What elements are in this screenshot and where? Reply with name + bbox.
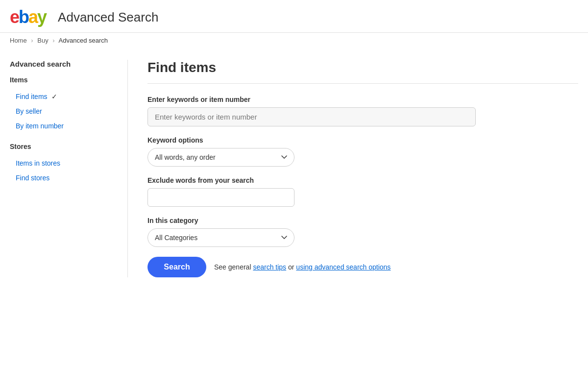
sidebar-item-find-stores-label: Find stores xyxy=(16,174,49,182)
sidebar-item-by-item-number-label: By item number xyxy=(16,122,64,130)
search-row: Search See general search tips or using … xyxy=(147,257,578,277)
search-tips-link[interactable]: search tips xyxy=(253,263,286,271)
sidebar-item-by-seller[interactable]: By seller xyxy=(10,104,118,118)
category-label: In this category xyxy=(147,217,578,224)
sidebar-item-find-items-label: Find items xyxy=(16,93,48,100)
exclude-field-group: Exclude words from your search xyxy=(147,176,578,207)
breadcrumb-sep-2: › xyxy=(52,37,54,44)
ebay-logo[interactable]: ebay xyxy=(10,7,46,27)
keyword-options-group: Keyword options All words, any order Any… xyxy=(147,136,578,167)
breadcrumb-sep-1: › xyxy=(31,37,33,44)
logo-e: e xyxy=(10,7,19,27)
search-button[interactable]: Search xyxy=(147,257,206,277)
sidebar-item-find-items[interactable]: Find items ✓ xyxy=(10,90,118,103)
main-layout: Advanced search Items Find items ✓ By se… xyxy=(0,50,588,287)
keyword-field-group: Enter keywords or item number xyxy=(147,96,578,126)
logo-b: b xyxy=(19,7,28,27)
logo-y: y xyxy=(37,7,46,27)
breadcrumb-current: Advanced search xyxy=(59,37,108,44)
sidebar-item-find-stores[interactable]: Find stores xyxy=(10,171,118,185)
breadcrumb-buy[interactable]: Buy xyxy=(37,37,48,44)
hint-or: or xyxy=(286,263,296,271)
sidebar-items-section: Items xyxy=(10,76,118,84)
stores-section: Stores Items in stores Find stores xyxy=(10,143,118,185)
category-select[interactable]: All Categories Antiques Art Baby Books xyxy=(147,228,294,247)
category-field-group: In this category All Categories Antiques… xyxy=(147,217,578,247)
sidebar: Advanced search Items Find items ✓ By se… xyxy=(10,60,127,277)
exclude-input[interactable] xyxy=(147,188,294,207)
logo-a: a xyxy=(28,7,37,27)
find-items-checkmark: ✓ xyxy=(51,93,57,100)
content-divider xyxy=(147,83,578,84)
breadcrumb-home[interactable]: Home xyxy=(10,37,27,44)
site-header: ebay Advanced Search xyxy=(0,0,588,33)
advanced-search-options-link[interactable]: using advanced search options xyxy=(296,263,391,271)
keyword-options-select[interactable]: All words, any order Any words Exact wor… xyxy=(147,148,294,167)
breadcrumb: Home › Buy › Advanced search xyxy=(0,33,588,50)
sidebar-item-items-in-stores[interactable]: Items in stores xyxy=(10,156,118,170)
content-title: Find items xyxy=(147,60,578,75)
sidebar-stores-section: Stores xyxy=(10,143,118,150)
keyword-input[interactable] xyxy=(147,107,476,126)
page-title: Advanced Search xyxy=(58,10,158,25)
hint-text: See general xyxy=(214,263,253,271)
keyword-options-label: Keyword options xyxy=(147,136,578,144)
sidebar-item-by-seller-label: By seller xyxy=(16,107,42,115)
main-content: Find items Enter keywords or item number… xyxy=(127,60,578,277)
sidebar-item-items-in-stores-label: Items in stores xyxy=(16,159,60,167)
keyword-label: Enter keywords or item number xyxy=(147,96,578,103)
exclude-label: Exclude words from your search xyxy=(147,176,578,184)
sidebar-item-by-item-number[interactable]: By item number xyxy=(10,119,118,133)
sidebar-title: Advanced search xyxy=(10,60,118,68)
search-hint: See general search tips or using advance… xyxy=(214,263,391,271)
